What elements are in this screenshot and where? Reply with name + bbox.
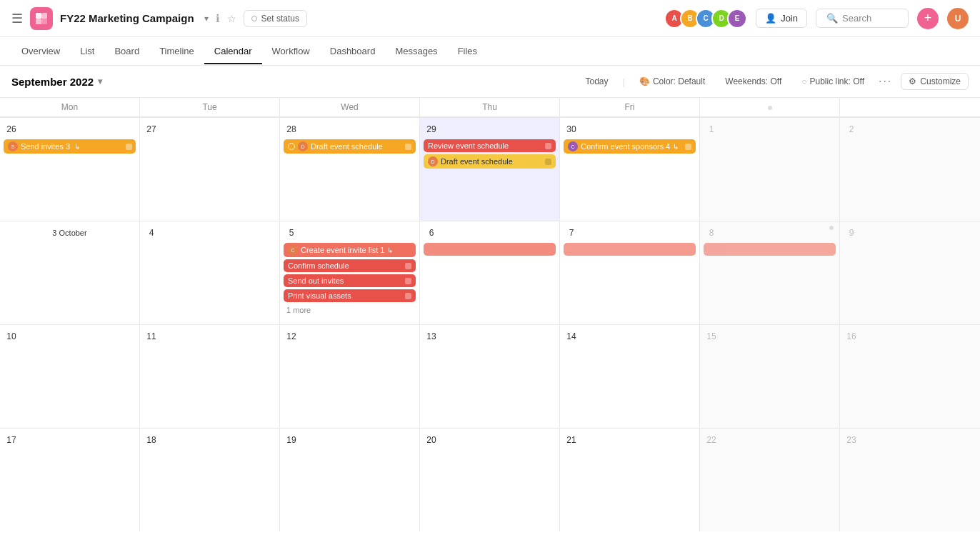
weekends-label: Weekends: Off [725,76,781,86]
day-number: 17 [4,432,19,448]
event-create-invite-list[interactable]: C Create event invite list 1 ↳ [284,243,416,257]
calendar-week-2: 3 October 4 5 C Create event invite list… [0,221,980,325]
color-button[interactable]: 🎨 Color: Default [634,74,711,89]
day-header-fri: Fri [560,98,700,117]
top-bar-left: ☰ FY22 Marketing Campaign ▾ ℹ ☆ Set stat… [11,7,307,30]
svg-rect-0 [36,13,41,19]
day-20: 20 [420,429,560,531]
day-5: 5 C Create event invite list 1 ↳ Confirm… [280,221,420,324]
month-selector[interactable]: September 2022 ▾ [11,76,102,88]
event-label: Confirm event sponsors 4 [581,142,670,151]
svg-rect-1 [41,13,47,19]
person-icon: 👤 [765,13,776,24]
event-avatar: D [298,141,308,151]
event-confirm-schedule[interactable]: Confirm schedule [284,259,416,272]
day-number: 21 [564,432,579,448]
event-print-assets[interactable]: Print visual assets [284,289,416,302]
day-12: 12 [280,325,420,428]
event-draft-schedule-29[interactable]: D Draft event schedule [424,154,556,169]
day-number: 9 [844,225,859,241]
day-number: 7 [564,225,579,241]
link-circle-icon: ○ [801,76,806,86]
tab-messages[interactable]: Messages [385,39,447,64]
tab-overview[interactable]: Overview [11,39,70,64]
hamburger-icon[interactable]: ☰ [11,11,23,26]
tab-list[interactable]: List [70,39,104,64]
add-button[interactable]: + [917,8,939,29]
day-number: 12 [284,329,299,344]
svg-rect-3 [41,19,47,24]
day-27: 27 [140,118,280,221]
event-review-schedule[interactable]: Review event schedule [424,139,556,152]
day-15: 15 [700,325,840,428]
day-number: 5 [284,225,299,241]
more-options-button[interactable]: ··· [879,75,892,88]
day-number: 22 [704,432,719,448]
avatar: E [727,9,747,29]
tab-dashboard[interactable]: Dashboard [320,39,386,64]
event-menu-icon [126,144,132,150]
top-bar: ☰ FY22 Marketing Campaign ▾ ℹ ☆ Set stat… [0,0,980,37]
today-label: Today [586,76,609,86]
tab-board[interactable]: Board [104,39,149,64]
calendar-week-3: 10 11 12 13 14 15 16 [0,325,980,429]
tab-calendar[interactable]: Calendar [204,39,262,64]
search-icon: 🔍 [826,13,838,24]
tab-workflow[interactable]: Workflow [262,39,320,64]
info-icon[interactable]: ℹ [216,12,220,25]
customize-icon: ⚙ [909,76,916,86]
event-send-invites[interactable]: S Send invites 3 ↳ [4,139,136,154]
event-avatar: D [428,156,438,166]
join-button[interactable]: 👤 Join [756,9,807,28]
event-label: Draft event schedule [441,157,513,166]
event-create-invite-span [424,243,556,256]
event-send-invites[interactable]: Send out invites [284,274,416,287]
event-confirm-sponsors[interactable]: C Confirm event sponsors 4 ↳ [564,139,696,154]
event-label: Send out invites [288,276,344,285]
customize-button[interactable]: ⚙ Customize [901,73,969,90]
day-number: 19 [284,432,299,448]
app-icon [30,7,53,30]
event-create-invite-span-2 [564,243,696,256]
day-17: 17 [0,429,140,531]
nav-tabs: Overview List Board Timeline Calendar Wo… [0,37,980,66]
color-icon: 🎨 [639,76,650,86]
event-avatar: C [568,141,578,151]
current-user-avatar[interactable]: U [947,8,969,29]
day-3-oct: 3 October [0,221,140,324]
search-button[interactable]: 🔍 Search [816,9,909,28]
day-11: 11 [140,325,280,428]
day-10: 10 [0,325,140,428]
public-link-button[interactable]: ○ Public link: Off [796,74,870,89]
day-number: 1 [704,121,719,137]
calendar-week-4: 17 18 19 20 21 22 23 [0,429,980,531]
day-7: 7 [560,221,700,324]
tab-timeline[interactable]: Timeline [149,39,204,64]
check-circle-icon [288,143,295,150]
set-status-button[interactable]: Set status [244,10,307,27]
event-draft-schedule-28[interactable]: D Draft event schedule [284,139,416,154]
event-label: Print visual assets [288,291,351,300]
today-button[interactable]: Today [580,74,614,89]
tab-files[interactable]: Files [448,39,487,64]
more-events-link[interactable]: 1 more [284,304,416,316]
day-8: 8 [700,221,840,324]
separator: | [623,76,625,87]
event-avatar: S [8,141,18,151]
day-number: 13 [424,329,439,344]
subtask-icon: ↳ [673,143,679,151]
day-2-oct: 2 [840,118,980,221]
event-sq [405,263,411,269]
weekends-button[interactable]: Weekends: Off [719,74,787,89]
calendar-week-1: 26 S Send invites 3 ↳ 27 28 D Draft even… [0,118,980,221]
event-sq [685,144,691,150]
day-headers: Mon Tue Wed Thu Fri [0,98,980,118]
month-chevron-icon: ▾ [98,76,102,86]
svg-rect-2 [36,19,41,24]
day-28: 28 D Draft event schedule [280,118,420,221]
customize-label: Customize [920,76,961,86]
star-icon[interactable]: ☆ [227,13,236,24]
subtask-icon: ↳ [74,143,80,151]
day-18: 18 [140,429,280,531]
title-chevron-icon[interactable]: ▾ [204,14,209,24]
